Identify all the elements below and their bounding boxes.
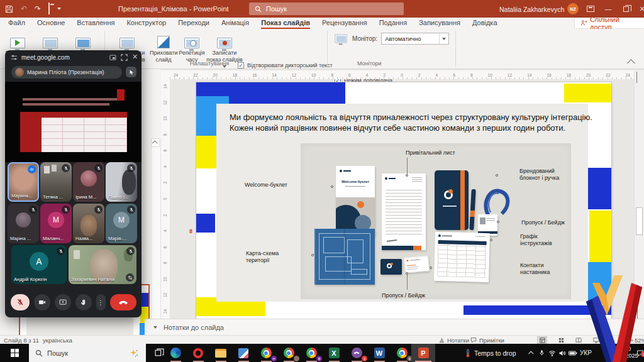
weather-widget[interactable]: Temps to drop — [465, 344, 516, 362]
participant-tile[interactable]: Ірина М... — [73, 162, 104, 202]
meet-header[interactable]: meet.google.com ✕ — [5, 50, 142, 64]
powerpoint-icon[interactable]: P — [414, 346, 433, 360]
tab-slideshow[interactable]: Показ слайдів — [261, 18, 310, 29]
slide-scrollbar[interactable] — [634, 70, 644, 335]
action-center-icon[interactable]: 2 — [636, 344, 644, 362]
callout-notebook-pen: Брендований блокнот і ручка — [519, 168, 569, 182]
participant-tile[interactable]: Маріна ... — [8, 204, 39, 243]
notes-panel[interactable]: Нотатки до слайда — [145, 319, 644, 335]
viber-icon[interactable]: 3 — [347, 346, 366, 360]
booklet-cover-title: Welcome-буклет — [336, 180, 375, 184]
meet-close-icon[interactable]: ✕ — [132, 53, 138, 61]
crop-icon[interactable] — [126, 273, 134, 282]
opera-icon[interactable] — [189, 346, 208, 360]
taskbar-search-placeholder: Пошук — [47, 349, 68, 357]
chrome-profile-k-icon[interactable]: K — [392, 346, 411, 360]
google-meet-window[interactable]: meet.google.com ✕ Марина Пліота (Презент… — [5, 50, 142, 317]
chrome-profile-b-icon[interactable]: B — [302, 346, 321, 360]
slideshow-view-button[interactable] — [591, 336, 601, 344]
pointer-control-button[interactable] — [126, 67, 136, 77]
hide-slide-button[interactable]: Приховати слайд — [150, 31, 177, 63]
edge-icon[interactable] — [166, 346, 185, 360]
normal-view-button[interactable] — [537, 336, 547, 344]
pip-icon[interactable] — [109, 54, 116, 61]
rehearse-timings-button[interactable]: Репетиція часу — [179, 31, 205, 63]
save-icon[interactable] — [5, 5, 13, 13]
participant-tile[interactable]: M Маланч... — [40, 204, 72, 243]
callout-schedule: Графік інструктажів — [520, 233, 564, 248]
camera-button[interactable] — [34, 294, 50, 310]
callout-badge-bottom: Пропуск / Бейдж — [382, 292, 425, 299]
zoom-out-button[interactable]: — — [609, 337, 615, 344]
presenter-avatar — [15, 68, 24, 77]
language-indicator[interactable]: українська — [43, 337, 72, 344]
word-icon[interactable]: W — [370, 346, 389, 360]
reading-view-button[interactable] — [574, 336, 584, 344]
slide-sorter-view-button[interactable] — [556, 336, 566, 344]
taskbar-search[interactable]: Пошук — [29, 344, 146, 362]
network-icon[interactable] — [548, 344, 556, 362]
language-switcher[interactable]: УКР — [580, 344, 592, 362]
slide-canvas[interactable]: Ми формуємо лояльність та відчуття прина… — [196, 82, 611, 319]
microphone-tray-icon[interactable] — [538, 344, 545, 362]
tab-transitions[interactable]: Переходи — [178, 18, 209, 29]
share-button[interactable]: Спільний доступ — [575, 18, 644, 28]
participant-tile[interactable]: Захаркевич Наталія — [69, 245, 136, 284]
search-box[interactable]: Пошук — [249, 3, 404, 15]
avatar[interactable]: NZ — [567, 3, 579, 14]
paint-icon[interactable] — [234, 346, 253, 360]
badge-white-card-mockup — [404, 255, 430, 273]
undo-icon[interactable]: ↶ — [21, 4, 27, 13]
account-name[interactable]: Nataliia Zakharkevych — [499, 6, 564, 13]
presenter-pill[interactable]: Марина Пліота (Презентація) — [11, 66, 122, 79]
chrome-profile-h-icon[interactable]: H — [257, 346, 275, 360]
tab-recording[interactable]: Записування — [419, 18, 460, 29]
slideshow-icon[interactable] — [48, 3, 50, 14]
participant-tile[interactable]: Павло І... — [106, 162, 137, 202]
clock[interactable]: 10:50 18.12.2025 — [608, 346, 640, 360]
file-explorer-icon[interactable] — [211, 346, 230, 360]
participant-tile[interactable]: Назва... — [73, 204, 104, 243]
notes-collapse-icon[interactable] — [153, 326, 157, 329]
participant-tile[interactable]: Маряна... — [8, 162, 39, 202]
notes-toggle[interactable]: Нотатки — [439, 337, 469, 344]
excel-icon[interactable]: X — [325, 346, 343, 360]
narration-checkbox[interactable]: ✓Відтворювати дикторський текст — [238, 62, 333, 69]
participant-tile[interactable]: Тетяна ... — [40, 162, 72, 202]
more-options-button[interactable]: ⋮ — [96, 294, 106, 310]
tab-home[interactable]: Основне — [37, 18, 65, 29]
tab-help[interactable]: Довідка — [472, 18, 497, 29]
tray-expand-icon[interactable] — [530, 344, 533, 362]
slide-text-placeholder[interactable]: Ми формуємо лояльність та відчуття прина… — [230, 112, 593, 133]
tab-insert[interactable]: Вставлення — [77, 18, 114, 29]
chrome-profile-person-icon[interactable] — [279, 346, 298, 360]
redo-icon[interactable]: ↷ — [35, 4, 41, 13]
tab-animations[interactable]: Анімація — [221, 18, 249, 29]
participant-tile[interactable]: A Андрій Корюгін — [11, 245, 67, 284]
tab-file[interactable]: Файл — [8, 18, 25, 29]
tab-view[interactable]: Подання — [379, 18, 407, 29]
start-button[interactable] — [0, 344, 29, 362]
comments-toggle[interactable]: Примітки — [470, 337, 504, 344]
present-button[interactable] — [55, 294, 71, 310]
monitor-select[interactable]: Автоматично — [381, 33, 449, 45]
tune-icon[interactable] — [11, 54, 18, 61]
volume-icon[interactable] — [558, 344, 566, 362]
participant-tile[interactable]: M Марія-... — [106, 204, 137, 243]
thumbnail-scroll-up-icon[interactable] — [151, 138, 160, 147]
battery-icon[interactable] — [569, 344, 577, 362]
notes-icon — [439, 337, 445, 343]
zoom-in-button[interactable]: + — [630, 337, 634, 344]
zoom-level[interactable]: 52% — [635, 337, 644, 344]
tab-design[interactable]: Конструктор — [126, 18, 166, 29]
callout-welcome-letter: Привітальний лист — [406, 150, 455, 156]
end-call-button[interactable] — [110, 294, 136, 310]
tab-review[interactable]: Рецензування — [322, 18, 367, 29]
mic-muted-icon — [127, 206, 135, 214]
qat-customize-icon[interactable] — [57, 8, 61, 10]
mute-button[interactable] — [11, 294, 30, 310]
expand-icon[interactable] — [121, 54, 128, 61]
collapse-ribbon-icon[interactable] — [627, 59, 635, 67]
scrollbar-thumb[interactable] — [636, 207, 643, 235]
raise-hand-button[interactable] — [75, 294, 92, 310]
